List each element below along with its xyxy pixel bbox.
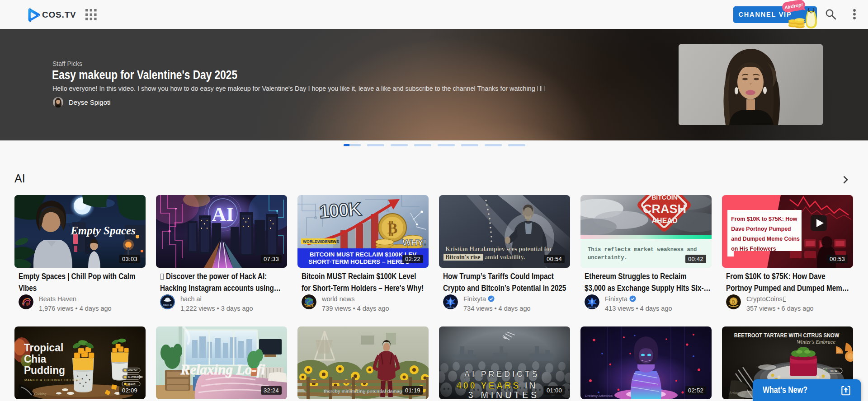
- svg-text:Kristian Haralampiev sees pote: Kristian Haralampiev sees potential for: [445, 246, 552, 252]
- svg-text:SHORT-TERM HOLDERS – HERE'S: SHORT-TERM HOLDERS – HERE'S: [308, 258, 410, 265]
- svg-text:WORLDWIDENEWS: WORLDWIDENEWS: [303, 239, 339, 244]
- svg-text:on His Followers: on His Followers: [731, 245, 776, 252]
- svg-text:WHY!: WHY!: [402, 238, 426, 247]
- svg-text:CRASH: CRASH: [643, 202, 686, 216]
- svg-text:VEGAN: VEGAN: [128, 383, 136, 385]
- svg-text:AHEAD: AHEAD: [652, 217, 678, 224]
- svg-text:Chia: Chia: [24, 353, 47, 365]
- svg-text:uncertainty.: uncertainty.: [588, 255, 627, 261]
- svg-text:NEW: NEW: [830, 369, 838, 373]
- svg-text:Winter's Embrace: Winter's Embrace: [797, 339, 835, 345]
- svg-text:and Dumped Meme Coins: and Dumped Meme Coins: [731, 235, 800, 242]
- svg-text:hack ai: hack ai: [163, 303, 172, 306]
- svg-text:Dreamy Artworks: Dreamy Artworks: [585, 394, 613, 398]
- svg-text:Bitcoin's rise: Bitcoin's rise: [445, 254, 480, 261]
- svg-text:FINIXYTA: FINIXYTA: [588, 306, 596, 308]
- svg-text:Tropical: Tropical: [24, 341, 63, 354]
- svg-text:BITCOIN: BITCOIN: [651, 195, 678, 201]
- svg-text:MANGO & COCONUT DELIGHT: MANGO & COCONUT DELIGHT: [24, 378, 81, 382]
- svg-text:FINIXYTA: FINIXYTA: [447, 306, 455, 308]
- svg-text:AI PREDICTS: AI PREDICTS: [464, 369, 539, 379]
- svg-text:Pudding: Pudding: [24, 364, 65, 376]
- svg-text:Empty Spaces: Empty Spaces: [70, 224, 136, 237]
- svg-text:3 MINUTES: 3 MINUTES: [468, 389, 539, 399]
- svg-text:BEETROOT TARTARE WITH CITRUS S: BEETROOT TARTARE WITH CITRUS SNOW: [734, 332, 840, 339]
- svg-text:100K: 100K: [318, 198, 362, 222]
- svg-text:HEALTHY: HEALTHY: [128, 369, 137, 372]
- svg-text:From $10K to $75K: How: From $10K to $75K: How: [731, 215, 797, 223]
- svg-text:GLUTEN-FREE: GLUTEN-FREE: [128, 376, 143, 378]
- svg-text:amid volatility.: amid volatility.: [485, 254, 525, 261]
- svg-text:₿: ₿: [387, 220, 398, 237]
- svg-text:thereby minimizing potential d: thereby minimizing potential damage: [324, 389, 405, 394]
- svg-text:AI: AI: [212, 203, 234, 225]
- svg-text:₿: ₿: [732, 299, 735, 304]
- svg-text:BITCOIN MUST RECLAIM $100K LEV: BITCOIN MUST RECLAIM $100K LEV: [310, 251, 416, 258]
- svg-text:Artistry Cooking: Artistry Cooking: [729, 391, 754, 395]
- svg-text:This reflects market weakness: This reflects market weakness and: [588, 247, 697, 253]
- svg-text:Relaxing Lo-fi: Relaxing Lo-fi: [180, 362, 265, 378]
- svg-text:Dave Portnoy Pumped: Dave Portnoy Pumped: [731, 225, 791, 233]
